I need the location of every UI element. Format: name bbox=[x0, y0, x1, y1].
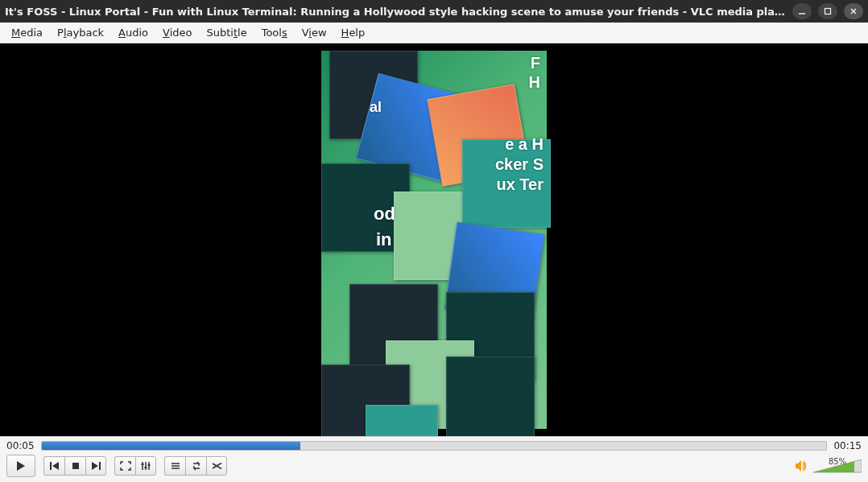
controls-panel: 00:05 00:15 bbox=[0, 436, 868, 482]
frame-text: H bbox=[529, 73, 540, 92]
playlist-icon bbox=[170, 461, 181, 471]
menu-help[interactable]: Help bbox=[335, 24, 372, 41]
menu-media[interactable]: Media bbox=[5, 24, 49, 41]
svg-marker-20 bbox=[221, 468, 222, 469]
time-total[interactable]: 00:15 bbox=[833, 440, 862, 451]
playlist-button[interactable] bbox=[164, 456, 185, 476]
menu-subtitle[interactable]: Subtitle bbox=[200, 24, 253, 41]
frame-text: od bbox=[374, 204, 395, 225]
frame-text: e a H bbox=[505, 135, 544, 154]
svg-rect-7 bbox=[72, 463, 79, 469]
video-canvas[interactable]: F H e a H cker S ux Ter od in al bbox=[0, 43, 868, 436]
menu-audio[interactable]: Audio bbox=[112, 24, 155, 41]
volume-slider[interactable]: 85% bbox=[813, 458, 862, 474]
svg-marker-4 bbox=[17, 461, 25, 471]
volume-percent-label: 85% bbox=[829, 457, 846, 466]
video-frame: F H e a H cker S ux Ter od in al bbox=[321, 51, 547, 429]
svg-rect-1 bbox=[825, 9, 831, 14]
equalizer-icon bbox=[140, 461, 151, 471]
close-icon bbox=[849, 6, 858, 16]
stop-icon bbox=[71, 461, 81, 471]
frame-text: F bbox=[531, 54, 540, 72]
svg-rect-14 bbox=[145, 467, 147, 468]
svg-marker-6 bbox=[52, 462, 59, 470]
window-close-button[interactable] bbox=[844, 3, 863, 19]
window-maximize-button[interactable] bbox=[818, 3, 837, 19]
menubar: Media Playback Audio Video Subtitle Tool… bbox=[0, 23, 868, 43]
frame-text: ux Ter bbox=[496, 175, 544, 194]
fullscreen-icon bbox=[120, 461, 131, 471]
maximize-icon bbox=[823, 6, 833, 16]
svg-marker-8 bbox=[92, 462, 98, 470]
loop-icon bbox=[191, 461, 202, 471]
play-button[interactable] bbox=[6, 455, 35, 477]
frame-text: in bbox=[376, 229, 392, 250]
shuffle-icon bbox=[211, 461, 222, 471]
play-icon bbox=[15, 460, 27, 472]
menu-playback[interactable]: Playback bbox=[51, 24, 110, 41]
fullscreen-button[interactable] bbox=[114, 456, 135, 476]
seek-slider[interactable] bbox=[41, 441, 828, 451]
volume-mute-button[interactable] bbox=[794, 459, 808, 473]
menu-view[interactable]: View bbox=[296, 24, 333, 41]
svg-marker-19 bbox=[221, 463, 222, 464]
frame-text: cker S bbox=[495, 155, 544, 174]
previous-button[interactable] bbox=[43, 456, 64, 476]
skip-previous-icon bbox=[49, 461, 60, 471]
menu-video[interactable]: Video bbox=[156, 24, 198, 41]
svg-rect-9 bbox=[99, 462, 101, 470]
next-button[interactable] bbox=[85, 456, 106, 476]
svg-rect-5 bbox=[50, 462, 52, 470]
window-titlebar: It's FOSS - Linux Portal - Fun with Linu… bbox=[0, 0, 868, 23]
seek-fill bbox=[42, 442, 301, 450]
window-title: It's FOSS - Linux Portal - Fun with Linu… bbox=[5, 6, 786, 18]
svg-rect-15 bbox=[148, 464, 151, 466]
window-minimize-button[interactable] bbox=[792, 3, 812, 19]
shuffle-button[interactable] bbox=[206, 456, 227, 476]
extended-settings-button[interactable] bbox=[135, 456, 156, 476]
skip-next-icon bbox=[90, 461, 101, 471]
frame-text: al bbox=[370, 99, 382, 116]
menu-tools[interactable]: Tools bbox=[255, 24, 294, 41]
svg-marker-21 bbox=[796, 460, 801, 472]
minimize-icon bbox=[797, 6, 807, 16]
time-elapsed[interactable]: 00:05 bbox=[6, 440, 35, 451]
loop-button[interactable] bbox=[185, 456, 206, 476]
stop-button[interactable] bbox=[64, 456, 85, 476]
svg-rect-13 bbox=[142, 463, 144, 465]
